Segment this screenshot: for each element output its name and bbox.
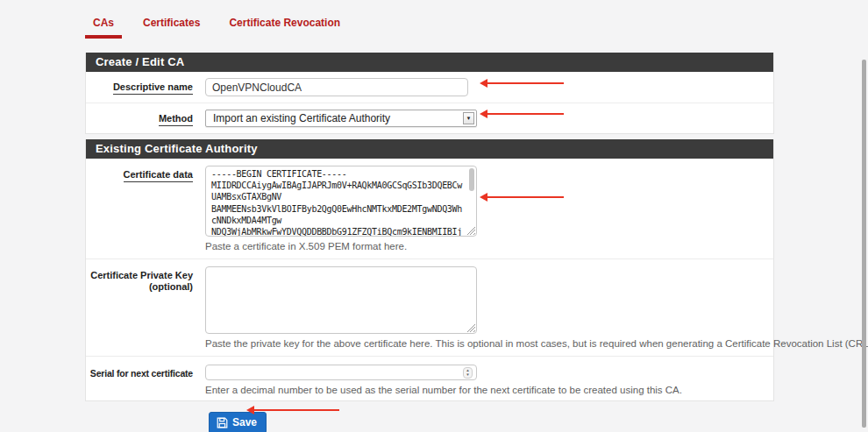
descriptive-name-control <box>205 78 773 96</box>
certificate-data-help: Paste a certificate in X.509 PEM format … <box>205 241 773 251</box>
floppy-disk-icon <box>217 417 228 428</box>
method-control: Import an existing Certificate Authority… <box>205 110 773 127</box>
method-label: Method <box>159 113 193 126</box>
tab-certificate-revocation[interactable]: Certificate Revocation <box>221 17 348 35</box>
method-select[interactable]: Import an existing Certificate Authority… <box>205 110 477 127</box>
certificate-data-label-col: Certificate data <box>86 166 193 251</box>
field-row-serial: Serial for next certificate ▲ ▼ Enter a … <box>86 356 773 400</box>
chevron-down-icon[interactable]: ▼ <box>463 112 474 124</box>
private-key-control: Paste the private key for the above cert… <box>205 266 868 349</box>
panel-existing-ca: Existing Certificate Authority Certifica… <box>85 139 774 401</box>
number-spinner[interactable]: ▲ ▼ <box>463 367 473 379</box>
serial-label-col: Serial for next certificate <box>86 365 193 395</box>
serial-label: Serial for next certificate <box>90 368 193 379</box>
form-footer: Save <box>85 412 774 432</box>
descriptive-name-input[interactable] <box>205 78 468 96</box>
method-label-col: Method <box>86 110 193 127</box>
resize-handle-icon[interactable] <box>467 324 475 332</box>
tab-certificate-revocation-label: Certificate Revocation <box>229 17 340 29</box>
save-button-label: Save <box>232 416 257 428</box>
method-select-value: Import an existing Certificate Authority <box>213 112 390 124</box>
panel-existing-ca-title: Existing Certificate Authority <box>86 139 773 159</box>
certificate-data-control: -----BEGIN CERTIFICATE----- MIIDRDCCAiyg… <box>205 166 773 251</box>
save-button[interactable]: Save <box>209 412 267 432</box>
field-row-private-key: Certificate Private Key (optional) Paste… <box>86 258 773 356</box>
tab-certificates-label: Certificates <box>143 17 200 29</box>
private-key-label-col: Certificate Private Key (optional) <box>86 266 193 349</box>
descriptive-name-label: Descriptive name <box>113 81 193 95</box>
page-scrollbar[interactable] <box>862 60 866 428</box>
serial-control: ▲ ▼ Enter a decimal number to be used as… <box>205 365 773 395</box>
tab-cas[interactable]: CAs <box>85 17 122 39</box>
spinner-down-icon[interactable]: ▼ <box>466 373 469 378</box>
private-key-text <box>206 267 476 271</box>
annotation-arrow-certificate-data <box>487 196 564 198</box>
panel-create-edit-ca-title: Create / Edit CA <box>86 53 773 72</box>
tab-bar: CAs Certificates Certificate Revocation <box>85 0 774 39</box>
resize-handle-icon[interactable] <box>467 227 475 235</box>
field-row-descriptive-name: Descriptive name <box>86 72 773 103</box>
certificate-data-text: -----BEGIN CERTIFICATE----- MIIDRDCCAiyg… <box>206 166 476 237</box>
tab-cas-label: CAs <box>93 17 114 29</box>
annotation-arrow-method <box>487 113 564 115</box>
page: CAs Certificates Certificate Revocation … <box>0 0 868 432</box>
field-row-method: Method Import an existing Certificate Au… <box>86 103 773 133</box>
main-content: CAs Certificates Certificate Revocation … <box>85 0 774 432</box>
private-key-help: Paste the private key for the above cert… <box>205 338 868 349</box>
certificate-data-label: Certificate data <box>124 169 193 182</box>
serial-number-input[interactable]: ▲ ▼ <box>205 365 477 380</box>
annotation-arrow-descriptive-name <box>487 82 564 84</box>
descriptive-name-label-col: Descriptive name <box>86 78 193 96</box>
panel-create-edit-ca: Create / Edit CA Descriptive name Method… <box>85 53 774 134</box>
serial-help: Enter a decimal number to be used as the… <box>205 385 773 395</box>
private-key-textarea[interactable] <box>205 266 477 334</box>
private-key-label-line2: (optional) <box>149 281 193 293</box>
textarea-scrollbar-thumb[interactable] <box>469 168 474 191</box>
private-key-label-line1: Certificate Private Key <box>90 270 193 281</box>
certificate-data-textarea[interactable]: -----BEGIN CERTIFICATE----- MIIDRDCCAiyg… <box>205 166 477 237</box>
field-row-certificate-data: Certificate data -----BEGIN CERTIFICATE-… <box>86 159 773 258</box>
tab-certificates[interactable]: Certificates <box>135 17 208 35</box>
annotation-arrow-save <box>254 409 339 411</box>
